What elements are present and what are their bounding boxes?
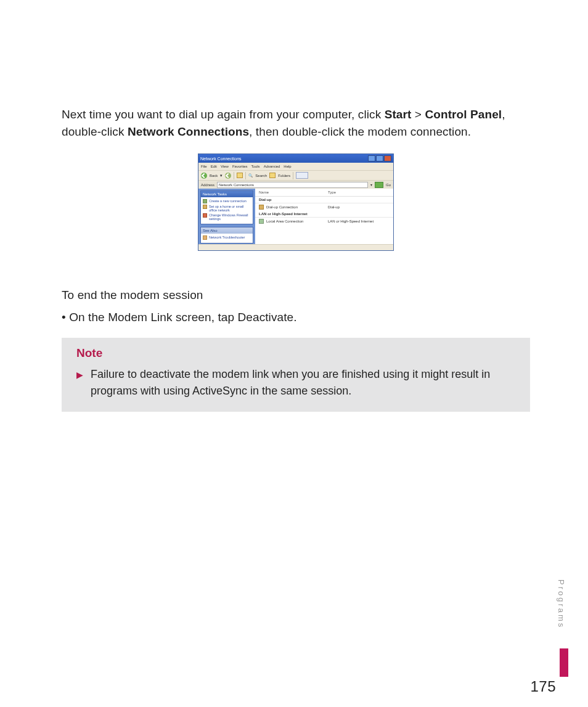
item-name: Dial-up Connection: [266, 205, 328, 209]
address-label: Address: [201, 183, 214, 187]
col-name: Name: [259, 190, 328, 194]
task-item: Create a new connection: [209, 199, 247, 203]
address-field: Network Connections: [217, 182, 368, 188]
note-text: Failure to deactivate the modem link whe…: [91, 366, 515, 399]
page-number: 175: [530, 678, 556, 695]
main-list: Name Type Dial-up Dial-up Connection Dia…: [255, 189, 393, 244]
window-body: Network Tasks Create a new connection Se…: [198, 189, 393, 244]
menu-edit: Edit: [211, 165, 217, 168]
menu-favorites: Favorites: [232, 165, 248, 168]
task-icon: [203, 235, 207, 240]
task-item: Set up a home or small office network: [209, 205, 251, 212]
intro-post: , then double-click the modem connection…: [249, 125, 471, 138]
group-header: LAN or High-Speed Internet: [255, 211, 393, 218]
panel-see-also: See Also Network Troubleshooter: [200, 227, 253, 243]
menu-help: Help: [284, 165, 291, 168]
task-item: Change Windows Firewall settings: [209, 213, 251, 221]
lan-icon: [259, 219, 264, 224]
go-icon: [375, 182, 383, 188]
task-item: Network Troubleshooter: [209, 235, 245, 239]
back-icon: [201, 173, 207, 179]
list-item: Local Area Connection LAN or High-Speed …: [255, 218, 393, 225]
document-page: Next time you want to dial up again from…: [0, 0, 588, 707]
sidebar: Network Tasks Create a new connection Se…: [198, 189, 255, 244]
task-icon: [203, 205, 207, 209]
panel-network-tasks: Network Tasks Create a new connection Se…: [200, 190, 253, 224]
end-heading: To end the modem session: [62, 287, 530, 304]
intro-gt: >: [411, 108, 425, 121]
views-icon: [296, 172, 308, 179]
up-icon: [237, 173, 243, 178]
screenshot-container: Network Connections File Edit View Favor…: [62, 153, 530, 251]
col-type: Type: [328, 190, 390, 194]
window-titlebar: Network Connections: [198, 154, 393, 163]
menu-tools: Tools: [251, 165, 260, 168]
address-bar: Address Network Connections ▾ Go: [198, 180, 393, 189]
intro-paragraph: Next time you want to dial up again from…: [62, 106, 530, 140]
search-icon: 🔍: [248, 173, 253, 178]
minimize-icon: [368, 155, 375, 161]
close-icon: [384, 155, 391, 161]
back-label: Back: [210, 174, 218, 178]
section-tab-label: Programs: [557, 579, 566, 629]
end-bullet: • On the Modem Link screen, tap Deactiva…: [62, 309, 530, 326]
panel-title: See Also: [201, 227, 253, 234]
search-label: Search: [255, 174, 267, 178]
item-type: Dial-up: [328, 205, 390, 209]
folders-icon: [269, 173, 276, 178]
item-type: LAN or High-Speed Internet: [328, 219, 390, 223]
menu-file: File: [201, 165, 207, 168]
network-connections-screenshot: Network Connections File Edit View Favor…: [198, 153, 394, 251]
item-name: Local Area Connection: [266, 219, 328, 223]
menu-advanced: Advanced: [264, 165, 280, 168]
go-label: Go: [386, 183, 391, 187]
dialup-icon: [259, 205, 264, 210]
toolbar: Back ▾ 🔍 Search Folders: [198, 170, 393, 180]
note-box: Note ▶ Failure to deactivate the modem l…: [62, 338, 530, 412]
menu-view: View: [221, 165, 229, 168]
forward-icon: [225, 173, 231, 179]
maximize-icon: [376, 155, 383, 161]
note-title: Note: [76, 346, 515, 360]
menubar: File Edit View Favorites Tools Advanced …: [198, 163, 393, 170]
section-tab-bar: [560, 648, 568, 677]
folders-label: Folders: [278, 174, 290, 178]
column-headers: Name Type: [255, 189, 393, 197]
kw-network-connections: Network Connections: [128, 125, 249, 138]
window-title: Network Connections: [200, 157, 242, 161]
note-body: ▶ Failure to deactivate the modem link w…: [76, 366, 515, 399]
intro-pre: Next time you want to dial up again from…: [62, 108, 385, 121]
group-header: Dial-up: [255, 197, 393, 203]
kw-control-panel: Control Panel: [425, 108, 502, 121]
status-bar: [198, 244, 393, 250]
triangle-bullet-icon: ▶: [76, 367, 83, 382]
panel-title: Network Tasks: [201, 191, 253, 197]
task-icon: [203, 199, 207, 203]
content-area: Next time you want to dial up again from…: [62, 106, 530, 412]
list-item: Dial-up Connection Dial-up: [255, 203, 393, 211]
task-icon: [203, 213, 207, 218]
kw-start: Start: [385, 108, 412, 121]
